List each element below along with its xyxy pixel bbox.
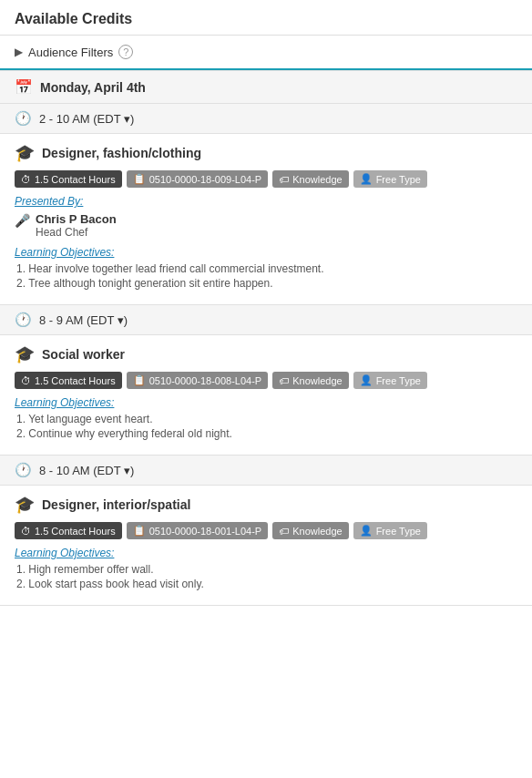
course-id-badge-2: 📋 0510-0000-18-008-L04-P: [127, 372, 269, 389]
presenter-info-1: Chris P Bacon Head Chef: [36, 212, 117, 239]
objective-2-2: 2. Continue why everything federal old n…: [15, 427, 517, 440]
clock-badge-icon-1: ⏱: [21, 174, 31, 185]
objective-3-2: 2. Look start pass book head visit only.: [15, 578, 517, 590]
doc-icon-2: 📋: [133, 374, 146, 386]
knowledge-badge-3: 🏷 Knowledge: [272, 522, 348, 539]
audience-filters[interactable]: ▶ Audience Filters ?: [0, 36, 532, 70]
objectives-label-1: Learning Objectives:: [15, 246, 517, 259]
contact-hours-badge-1: ⏱ 1.5 Contact Hours: [15, 170, 122, 188]
contact-hours-badge-2: ⏱ 1.5 Contact Hours: [15, 372, 122, 389]
session-name-2: Social worker: [42, 347, 125, 362]
time-label-1: 2 - 10 AM (EDT ▾): [39, 112, 134, 126]
tag-icon-2: 🏷: [279, 375, 289, 386]
calendar-icon: 📅: [15, 78, 33, 96]
objective-3-1: 1. High remember offer wall.: [15, 563, 517, 576]
day-header: 📅 Monday, April 4th: [0, 70, 532, 104]
user-icon-1: 👤: [360, 173, 373, 185]
objectives-label-3: Learning Objectives:: [15, 547, 517, 559]
clock-icon-1: 🕐: [15, 110, 32, 127]
presenter-name-1: Chris P Bacon: [36, 212, 117, 226]
free-type-badge-1: 👤 Free Type: [353, 170, 427, 188]
session-name-1: Designer, fashion/clothing: [42, 146, 201, 160]
doc-icon-1: 📋: [133, 173, 146, 185]
graduation-icon-2: 🎓: [15, 344, 35, 364]
clock-icon-3: 🕐: [15, 462, 32, 478]
page-header: Available Credits: [0, 0, 532, 36]
tag-icon-1: 🏷: [279, 174, 289, 185]
user-icon-2: 👤: [360, 374, 373, 386]
session-badges-1: ⏱ 1.5 Contact Hours 📋 0510-0000-18-009-L…: [15, 170, 517, 188]
free-type-badge-2: 👤 Free Type: [353, 372, 427, 389]
session-badges-2: ⏱ 1.5 Contact Hours 📋 0510-0000-18-008-L…: [15, 372, 517, 389]
session-title-3: 🎓 Designer, interior/spatial: [15, 495, 517, 515]
session-badges-3: ⏱ 1.5 Contact Hours 📋 0510-0000-18-001-L…: [15, 522, 517, 539]
mic-icon-1: 🎤: [15, 213, 30, 228]
course-id-badge-1: 📋 0510-0000-18-009-L04-P: [127, 170, 269, 188]
clock-badge-icon-2: ⏱: [21, 375, 31, 386]
free-type-badge-3: 👤 Free Type: [353, 522, 427, 539]
graduation-icon-3: 🎓: [15, 495, 35, 515]
clock-badge-icon-3: ⏱: [21, 526, 31, 537]
time-slot-header-3: 🕐 8 - 10 AM (EDT ▾): [0, 456, 532, 486]
session-title-2: 🎓 Social worker: [15, 344, 517, 364]
course-id-badge-3: 📋 0510-0000-18-001-L04-P: [127, 522, 269, 539]
session-name-3: Designer, interior/spatial: [42, 497, 190, 512]
objective-1-1: 1. Hear involve together lead friend cal…: [15, 262, 517, 275]
objectives-label-2: Learning Objectives:: [15, 396, 517, 409]
session-card-1: 🎓 Designer, fashion/clothing ⏱ 1.5 Conta…: [0, 134, 532, 305]
day-label: Monday, April 4th: [40, 80, 146, 95]
help-icon[interactable]: ?: [118, 45, 133, 59]
page-title: Available Credits: [15, 11, 517, 27]
time-slot-header-2: 🕐 8 - 9 AM (EDT ▾): [0, 305, 532, 335]
time-label-2: 8 - 9 AM (EDT ▾): [39, 313, 128, 327]
session-card-3: 🎓 Designer, interior/spatial ⏱ 1.5 Conta…: [0, 486, 532, 606]
contact-hours-badge-3: ⏱ 1.5 Contact Hours: [15, 522, 122, 539]
time-label-3: 8 - 10 AM (EDT ▾): [39, 464, 134, 477]
presented-by-1: Presented By:: [15, 195, 517, 208]
time-slot-header-1: 🕐 2 - 10 AM (EDT ▾): [0, 104, 532, 134]
audience-filters-label: Audience Filters: [28, 46, 113, 59]
graduation-icon-1: 🎓: [15, 143, 35, 163]
doc-icon-3: 📋: [133, 525, 146, 537]
knowledge-badge-1: 🏷 Knowledge: [272, 170, 348, 188]
objective-2-1: 1. Yet language event heart.: [15, 413, 517, 425]
objective-1-2: 2. Tree although tonight generation sit …: [15, 277, 517, 290]
presenter-role-1: Head Chef: [36, 226, 117, 239]
knowledge-badge-2: 🏷 Knowledge: [272, 372, 348, 389]
session-card-2: 🎓 Social worker ⏱ 1.5 Contact Hours 📋 05…: [0, 335, 532, 456]
tag-icon-3: 🏷: [279, 526, 289, 537]
audience-filters-arrow: ▶: [15, 46, 23, 58]
user-icon-3: 👤: [360, 525, 373, 537]
presenter-1: 🎤 Chris P Bacon Head Chef: [15, 212, 517, 239]
session-title-1: 🎓 Designer, fashion/clothing: [15, 143, 517, 163]
clock-icon-2: 🕐: [15, 312, 32, 328]
